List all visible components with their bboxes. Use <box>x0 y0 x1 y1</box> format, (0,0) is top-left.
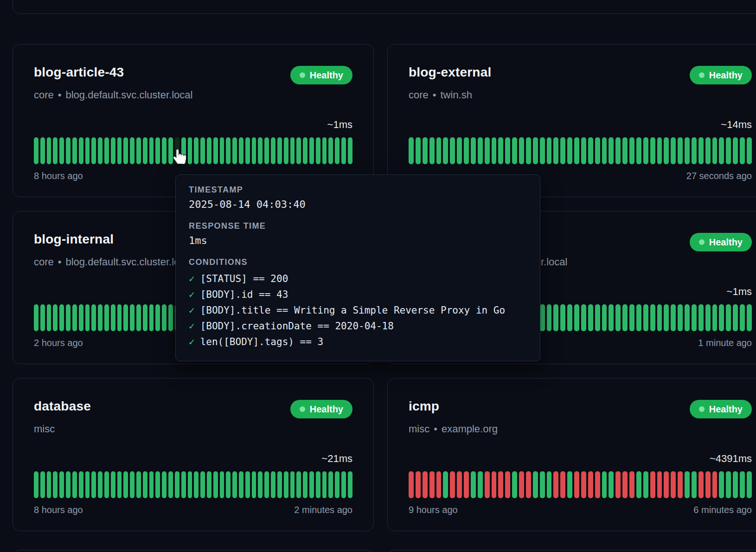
uptime-bar[interactable] <box>252 137 256 164</box>
uptime-bar[interactable] <box>450 137 455 164</box>
uptime-bar[interactable] <box>498 471 503 498</box>
uptime-bar[interactable] <box>98 137 103 164</box>
uptime-bar[interactable] <box>72 304 77 331</box>
uptime-bar[interactable] <box>53 137 58 164</box>
uptime-bar[interactable] <box>553 471 558 498</box>
uptime-bar[interactable] <box>726 304 731 331</box>
uptime-bar[interactable] <box>588 304 593 331</box>
uptime-bar[interactable] <box>712 471 718 498</box>
uptime-bar[interactable] <box>540 304 545 331</box>
uptime-bar[interactable] <box>698 137 704 164</box>
uptime-bar[interactable] <box>207 471 211 498</box>
card-partial-top[interactable] <box>13 0 756 14</box>
uptime-bar[interactable] <box>485 471 490 498</box>
uptime-bar[interactable] <box>220 137 224 164</box>
uptime-bar[interactable] <box>232 471 237 498</box>
uptime-bar[interactable] <box>104 137 109 164</box>
uptime-bar[interactable] <box>168 471 173 498</box>
uptime-bar[interactable] <box>643 137 648 164</box>
uptime-bar[interactable] <box>79 304 83 331</box>
uptime-bar[interactable] <box>309 137 314 164</box>
uptime-bar[interactable] <box>602 471 607 498</box>
uptime-bar[interactable] <box>650 137 655 164</box>
uptime-bar[interactable] <box>79 471 83 498</box>
uptime-bar[interactable] <box>66 304 70 331</box>
uptime-bar[interactable] <box>526 137 531 164</box>
uptime-bar[interactable] <box>712 137 718 164</box>
uptime-bar[interactable] <box>602 304 607 331</box>
uptime-bar[interactable] <box>512 471 517 498</box>
uptime-bar[interactable] <box>47 471 51 498</box>
uptime-bar[interactable] <box>104 304 109 331</box>
uptime-bar[interactable] <box>657 304 662 331</box>
uptime-bar[interactable] <box>747 304 752 331</box>
uptime-bar[interactable] <box>104 471 109 498</box>
uptime-bar[interactable] <box>149 137 154 164</box>
uptime-bar[interactable] <box>111 471 115 498</box>
uptime-bar[interactable] <box>671 304 676 331</box>
uptime-bar[interactable] <box>264 137 269 164</box>
uptime-bar[interactable] <box>328 471 333 498</box>
uptime-bar[interactable] <box>678 137 683 164</box>
uptime-bar[interactable] <box>478 137 483 164</box>
uptime-bar[interactable] <box>740 471 745 498</box>
uptime-bar[interactable] <box>34 471 38 498</box>
uptime-bar[interactable] <box>519 471 524 498</box>
uptime-bar[interactable] <box>277 137 282 164</box>
uptime-bar[interactable] <box>678 471 683 498</box>
uptime-bar[interactable] <box>264 471 269 498</box>
uptime-bar[interactable] <box>66 471 70 498</box>
uptime-bar[interactable] <box>53 471 58 498</box>
uptime-bar[interactable] <box>85 137 90 164</box>
uptime-bar[interactable] <box>692 471 697 498</box>
uptime-bar[interactable] <box>143 304 147 331</box>
uptime-bar[interactable] <box>168 137 173 164</box>
uptime-bar[interactable] <box>478 471 483 498</box>
uptime-bar[interactable] <box>664 304 669 331</box>
uptime-bar[interactable] <box>303 471 308 498</box>
uptime-bar[interactable] <box>416 137 421 164</box>
uptime-bar[interactable] <box>290 137 295 164</box>
uptime-bar[interactable] <box>685 137 690 164</box>
uptime-bar[interactable] <box>740 304 745 331</box>
uptime-bar[interactable] <box>609 137 614 164</box>
uptime-bar[interactable] <box>492 137 497 164</box>
uptime-bar[interactable] <box>505 137 510 164</box>
uptime-bar[interactable] <box>335 471 340 498</box>
uptime-bar[interactable] <box>678 304 683 331</box>
uptime-bar[interactable] <box>595 471 600 498</box>
uptime-bar[interactable] <box>540 137 545 164</box>
uptime-bar[interactable] <box>567 471 572 498</box>
uptime-bar[interactable] <box>188 137 192 164</box>
uptime-bar-chart[interactable] <box>409 471 752 498</box>
uptime-bar[interactable] <box>505 471 510 498</box>
uptime-bar[interactable] <box>416 471 421 498</box>
uptime-bar[interactable] <box>149 471 154 498</box>
uptime-bar[interactable] <box>239 137 243 164</box>
uptime-bar[interactable] <box>409 471 414 498</box>
uptime-bar[interactable] <box>553 304 558 331</box>
uptime-bar[interactable] <box>657 137 662 164</box>
uptime-bar[interactable] <box>747 471 752 498</box>
uptime-bar[interactable] <box>719 137 724 164</box>
uptime-bar[interactable] <box>296 471 301 498</box>
uptime-bar[interactable] <box>636 471 641 498</box>
uptime-bar[interactable] <box>220 471 224 498</box>
uptime-bar[interactable] <box>34 137 38 164</box>
uptime-bar[interactable] <box>271 471 275 498</box>
uptime-bar[interactable] <box>258 137 263 164</box>
uptime-bar[interactable] <box>615 304 621 331</box>
uptime-bar[interactable] <box>574 137 579 164</box>
uptime-bar[interactable] <box>271 137 275 164</box>
uptime-bar[interactable] <box>464 471 469 498</box>
uptime-bar[interactable] <box>200 137 205 164</box>
uptime-bar[interactable] <box>322 137 327 164</box>
card-partial-bottom-right[interactable] <box>387 550 756 552</box>
uptime-bar[interactable] <box>309 471 314 498</box>
uptime-bar[interactable] <box>636 304 641 331</box>
uptime-bar[interactable] <box>512 137 517 164</box>
uptime-bar[interactable] <box>540 471 545 498</box>
uptime-bar[interactable] <box>429 471 435 498</box>
uptime-bar[interactable] <box>595 137 600 164</box>
uptime-bar[interactable] <box>72 471 77 498</box>
